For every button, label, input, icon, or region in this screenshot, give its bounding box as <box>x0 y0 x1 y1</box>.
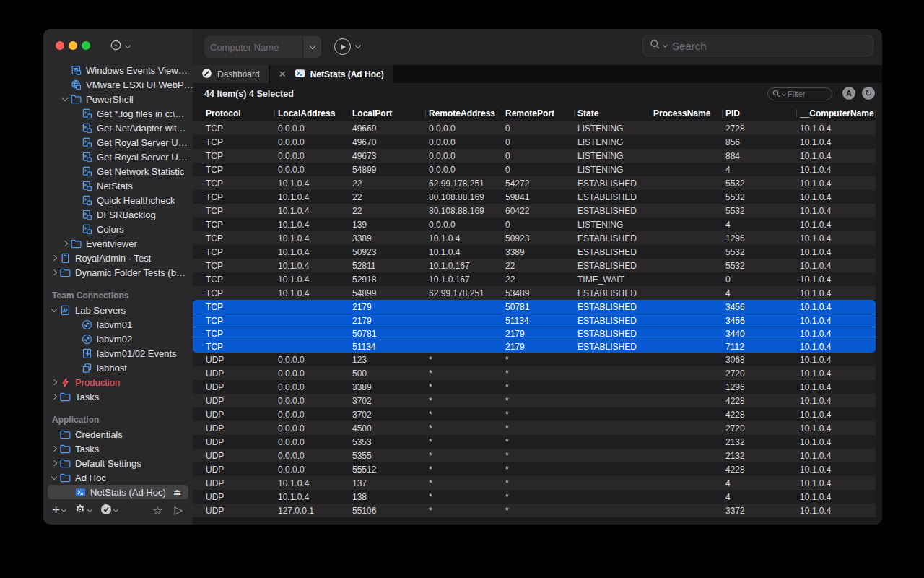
refresh-button[interactable]: ↻ <box>862 87 875 100</box>
chevron-right-icon[interactable] <box>62 241 68 246</box>
add-button[interactable]: + <box>52 502 66 518</box>
sidebar-item-tasks[interactable]: Tasks <box>43 389 193 404</box>
sidebar-item-ad-hoc[interactable]: Ad Hoc <box>43 470 193 485</box>
execute-button[interactable] <box>334 38 351 55</box>
sidebar-item-netstats-ad-hoc[interactable]: NetStats (Ad Hoc)⏏ <box>48 485 188 499</box>
table-row[interactable]: TCP10.1.0.45291810.1.0.16722TIME_WAIT010… <box>193 272 876 286</box>
eject-icon[interactable]: ⏏ <box>173 487 181 497</box>
table-row[interactable]: UDP0.0.0.04500**272010.1.0.4 <box>193 421 876 435</box>
sidebar-item-get-network-statistic[interactable]: Get Network Statistic <box>43 164 193 178</box>
column-header-remoteaddress[interactable]: RemoteAddress <box>416 108 492 118</box>
table-row-selected[interactable]: TCP507812179ESTABLISHED344010.1.0.4 <box>193 327 876 340</box>
chevron-right-icon[interactable] <box>51 460 57 466</box>
chevron-right-icon[interactable] <box>51 446 57 452</box>
computer-name-combo[interactable] <box>204 36 321 58</box>
search-scope-chevron-icon[interactable] <box>663 42 668 47</box>
favorite-star-button[interactable]: ☆ <box>152 504 162 517</box>
search-box[interactable] <box>642 35 873 56</box>
filter-scope-chevron-icon[interactable] <box>782 92 786 96</box>
sidebar-item-powershell[interactable]: PowerShell <box>43 92 193 106</box>
sidebar-item-labvm01[interactable]: labvm01 <box>43 317 193 332</box>
sidebar-item-royaladmin-test[interactable]: RoyalAdmin - Test <box>43 251 193 265</box>
sidebar-item-quick-healthcheck[interactable]: Quick Healthcheck <box>43 193 193 207</box>
chevron-right-icon[interactable] <box>51 255 57 261</box>
sidebar-item-production[interactable]: Production <box>43 375 193 389</box>
sidebar-item-eventviewer[interactable]: Eventviewer <box>43 236 193 251</box>
column-header-processname[interactable]: ProcessName <box>640 108 712 118</box>
match-case-button[interactable]: A <box>842 87 855 100</box>
computer-name-input[interactable] <box>204 42 302 53</box>
column-header-remoteport[interactable]: RemotePort <box>492 108 565 118</box>
table-row[interactable]: TCP10.1.0.42280.108.88.16960422ESTABLISH… <box>193 204 876 217</box>
chevron-right-icon[interactable] <box>51 269 57 275</box>
table-row[interactable]: UDP0.0.0.05353**213210.1.0.4 <box>193 435 876 449</box>
table-row[interactable]: UDP127.0.0.155106**337210.1.0.4 <box>193 504 876 517</box>
table-row[interactable]: TCP0.0.0.0496700.0.0.00LISTENING85610.1.… <box>193 135 876 149</box>
column-header-localaddress[interactable]: LocalAddress <box>265 108 339 118</box>
run-button[interactable]: ▷ <box>174 504 183 517</box>
chevron-down-icon[interactable] <box>51 306 57 311</box>
filter-box[interactable] <box>767 87 832 100</box>
sidebar-item-dynamic-folder-tests-b[interactable]: Dynamic Folder Tests (b… <box>43 265 193 280</box>
sidebar-item-colors[interactable]: Colors <box>43 222 193 236</box>
table-row[interactable]: UDP10.1.0.4138**410.1.0.4 <box>193 490 876 504</box>
filter-input[interactable] <box>788 90 824 98</box>
chevron-right-icon[interactable] <box>51 379 57 385</box>
sidebar-item-labhost[interactable]: labhost <box>43 361 193 375</box>
sidebar-item-get-royal-server-u[interactable]: Get Royal Server U… <box>43 150 193 164</box>
zoom-window-button[interactable] <box>82 41 90 50</box>
sidebar-item-credentials[interactable]: Credentials <box>43 427 193 441</box>
table-row-selected[interactable]: TCP511342179ESTABLISHED711210.1.0.4 <box>193 340 876 353</box>
actions-menu-button[interactable] <box>100 504 118 517</box>
sidebar-item-get-log-files-in-c[interactable]: Get *.log files in c:\… <box>43 106 193 121</box>
table-row[interactable]: TCP10.1.0.45489962.99.178.25153489ESTABL… <box>193 286 876 300</box>
column-header-state[interactable]: State <box>565 108 640 118</box>
execute-dropdown-chevron[interactable] <box>355 43 361 48</box>
table-row[interactable]: UDP0.0.0.03702**422810.1.0.4 <box>193 394 876 407</box>
table-row[interactable]: UDP0.0.0.0123**306810.1.0.4 <box>193 353 876 366</box>
table-row[interactable]: UDP0.0.0.03702**422810.1.0.4 <box>193 407 876 421</box>
table-row[interactable]: UDP10.1.0.4137**410.1.0.4 <box>193 476 876 490</box>
computer-name-dropdown-button[interactable] <box>302 36 321 58</box>
table-row[interactable]: TCP0.0.0.0548990.0.0.00LISTENING410.1.0.… <box>193 163 876 176</box>
sidebar-item-windows-events-view[interactable]: Windows Events View… <box>43 63 193 77</box>
sidebar-item-get-netadapter-wit[interactable]: Get-NetAdapter wit… <box>43 121 193 135</box>
table-row-selected[interactable]: TCP217950781ESTABLISHED345610.1.0.4 <box>193 300 876 314</box>
table-row[interactable]: UDP0.0.0.055512**422810.1.0.4 <box>193 462 876 476</box>
column-header-computername[interactable]: __ComputerName <box>787 108 876 118</box>
sidebar-item-get-royal-server-u[interactable]: Get Royal Server U… <box>43 135 193 150</box>
tab-dashboard[interactable]: Dashboard <box>193 65 269 83</box>
connection-target-button[interactable] <box>110 39 130 54</box>
table-row[interactable]: UDP0.0.0.03389**129610.1.0.4 <box>193 380 876 394</box>
tab-netstats-ad-hoc[interactable]: ✕ NetStats (Ad Hoc) <box>270 65 393 83</box>
sidebar-item-vmware-esxi-ui-webp[interactable]: VMware ESXi UI WebP… <box>43 77 193 92</box>
table-row[interactable]: TCP0.0.0.0496690.0.0.00LISTENING272810.1… <box>193 121 876 135</box>
table-row[interactable]: UDP0.0.0.0500**272010.1.0.4 <box>193 366 876 380</box>
table-row[interactable]: TCP10.1.0.42262.99.178.25154272ESTABLISH… <box>193 176 876 190</box>
table-row[interactable]: TCP10.1.0.42280.108.88.16959841ESTABLISH… <box>193 190 876 204</box>
sidebar-item-netstats[interactable]: NetStats <box>43 178 193 193</box>
close-window-button[interactable] <box>56 41 64 50</box>
table-row[interactable]: TCP10.1.0.41390.0.0.00LISTENING410.1.0.4 <box>193 217 876 231</box>
sidebar-item-labvm02[interactable]: labvm02 <box>43 332 193 346</box>
table-row[interactable]: TCP10.1.0.45281110.1.0.16722ESTABLISHED5… <box>193 259 876 272</box>
column-header-localport[interactable]: LocalPort <box>339 108 416 118</box>
minimize-window-button[interactable] <box>69 41 77 50</box>
settings-button[interactable] <box>74 504 92 517</box>
chevron-right-icon[interactable] <box>51 394 57 400</box>
table-row[interactable]: TCP10.1.0.45092310.1.0.43389ESTABLISHED5… <box>193 245 876 259</box>
table-row[interactable]: UDP0.0.0.05355**213210.1.0.4 <box>193 449 876 462</box>
column-header-pid[interactable]: PID <box>712 108 787 118</box>
chevron-down-icon[interactable] <box>51 473 57 479</box>
sidebar-item-tasks[interactable]: Tasks <box>43 441 193 456</box>
search-input[interactable] <box>672 40 866 52</box>
sidebar-item-labvm01-02-events[interactable]: labvm01/02 Events <box>43 346 193 361</box>
table-row[interactable]: TCP10.1.0.4338910.1.0.450923ESTABLISHED1… <box>193 231 876 245</box>
chevron-down-icon[interactable] <box>62 95 68 100</box>
sidebar-item-default-settings[interactable]: Default Settings <box>43 456 193 470</box>
table-row-selected[interactable]: TCP217951134ESTABLISHED345610.1.0.4 <box>193 314 876 327</box>
sidebar-item-lab-servers[interactable]: Lab Servers <box>43 303 193 317</box>
column-header-protocol[interactable]: Protocol <box>193 108 265 118</box>
close-tab-icon[interactable]: ✕ <box>279 69 287 79</box>
sidebar-item-dfsrbacklog[interactable]: DFSRBacklog <box>43 207 193 222</box>
